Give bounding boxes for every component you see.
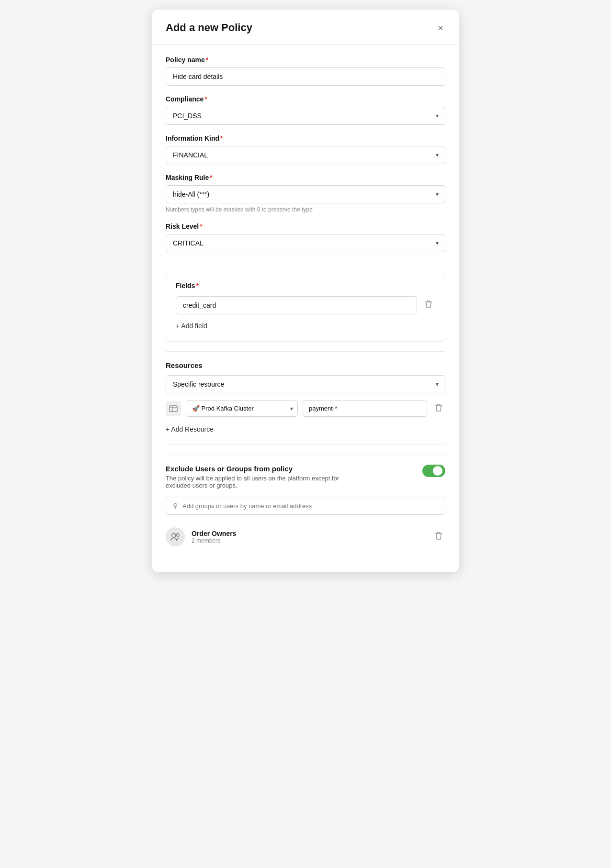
risk-level-group: Risk Level* CRITICAL HIGH MEDIUM LOW ▾: [166, 223, 445, 252]
compliance-select[interactable]: PCI_DSS GDPR HIPAA: [166, 107, 445, 125]
trash-icon: [435, 403, 442, 412]
trash-icon: [435, 532, 442, 540]
add-resource-button[interactable]: + Add Resource: [166, 423, 214, 435]
resource-type-select-wrapper: Specific resource All resources ▾: [166, 375, 445, 393]
masking-rule-label: Masking Rule*: [166, 174, 445, 181]
field-row: [176, 296, 435, 314]
fields-label: Fields*: [176, 282, 435, 289]
user-name: Order Owners: [192, 530, 425, 537]
info-kind-select-wrapper: FINANCIAL PII PHI ▾: [166, 146, 445, 164]
required-indicator: *: [196, 282, 198, 289]
required-indicator: *: [204, 95, 207, 103]
resources-section: Resources Specific resource All resource…: [166, 361, 445, 435]
required-indicator: *: [206, 56, 208, 64]
info-kind-select[interactable]: FINANCIAL PII PHI: [166, 146, 445, 164]
risk-level-select[interactable]: CRITICAL HIGH MEDIUM LOW: [166, 234, 445, 252]
section-divider: [166, 351, 445, 352]
trash-icon: [425, 300, 432, 309]
svg-point-4: [176, 534, 179, 536]
resource-row: 🚀 Prod Kafka Cluster ▾: [166, 400, 445, 417]
search-box: ⚲: [166, 497, 445, 515]
toggle-slider: [422, 465, 445, 477]
masking-hint: Numbers types will be masked with 0 to p…: [166, 206, 445, 213]
user-sub: 2 members: [192, 537, 425, 544]
exclude-toggle[interactable]: [422, 465, 445, 477]
info-kind-group: Information Kind* FINANCIAL PII PHI ▾: [166, 134, 445, 164]
modal-container: Add a new Policy × Policy name* Complian…: [152, 10, 459, 572]
compliance-label: Compliance*: [166, 95, 445, 103]
masking-rule-group: Masking Rule* hide-All (***) partial-mas…: [166, 174, 445, 213]
avatar: [166, 527, 185, 546]
close-button[interactable]: ×: [436, 21, 445, 34]
delete-field-button[interactable]: [422, 297, 435, 313]
modal-body: Policy name* Compliance* PCI_DSS GDPR HI…: [152, 45, 459, 572]
resource-type-icon: [166, 401, 181, 416]
resources-label: Resources: [166, 361, 445, 369]
required-indicator: *: [200, 223, 202, 230]
delete-user-button[interactable]: [432, 529, 445, 545]
masking-rule-select-wrapper: hide-All (***) partial-mask hash ▾: [166, 185, 445, 203]
risk-level-label: Risk Level*: [166, 223, 445, 230]
resource-pattern-input[interactable]: [303, 400, 427, 417]
cluster-select[interactable]: 🚀 Prod Kafka Cluster: [186, 400, 298, 417]
svg-point-3: [172, 534, 176, 537]
compliance-group: Compliance* PCI_DSS GDPR HIPAA ▾: [166, 95, 445, 125]
user-item: Order Owners 2 members: [166, 523, 445, 551]
delete-resource-button[interactable]: [432, 401, 445, 417]
policy-name-group: Policy name*: [166, 56, 445, 86]
required-indicator: *: [210, 174, 212, 181]
modal-title: Add a new Policy: [166, 22, 252, 34]
info-kind-label: Information Kind*: [166, 134, 445, 142]
compliance-select-wrapper: PCI_DSS GDPR HIPAA ▾: [166, 107, 445, 125]
exclude-header: Exclude Users or Groups from policy The …: [166, 465, 445, 489]
exclude-desc: The policy will be applied to all users …: [166, 475, 363, 489]
search-icon: ⚲: [173, 502, 178, 510]
policy-name-label: Policy name*: [166, 56, 445, 64]
exclude-text: Exclude Users or Groups from policy The …: [166, 465, 412, 489]
risk-level-select-wrapper: CRITICAL HIGH MEDIUM LOW ▾: [166, 234, 445, 252]
fields-section: Fields* + Add field: [166, 272, 445, 342]
masking-rule-select[interactable]: hide-All (***) partial-mask hash: [166, 185, 445, 203]
add-field-button[interactable]: + Add field: [176, 320, 207, 332]
user-info: Order Owners 2 members: [192, 530, 425, 544]
group-icon: [170, 533, 180, 541]
exclude-section: Exclude Users or Groups from policy The …: [166, 455, 445, 551]
resource-type-select[interactable]: Specific resource All resources: [166, 375, 445, 393]
cluster-select-wrapper: 🚀 Prod Kafka Cluster ▾: [186, 400, 298, 417]
svg-rect-0: [170, 406, 177, 412]
field-input[interactable]: [176, 296, 417, 314]
table-icon: [169, 405, 178, 412]
policy-name-input[interactable]: [166, 67, 445, 86]
section-divider: [166, 262, 445, 262]
section-divider: [166, 445, 445, 445]
exclude-title: Exclude Users or Groups from policy: [166, 465, 412, 473]
modal-header: Add a new Policy ×: [152, 10, 459, 45]
required-indicator: *: [220, 134, 223, 142]
search-input[interactable]: [182, 502, 438, 510]
